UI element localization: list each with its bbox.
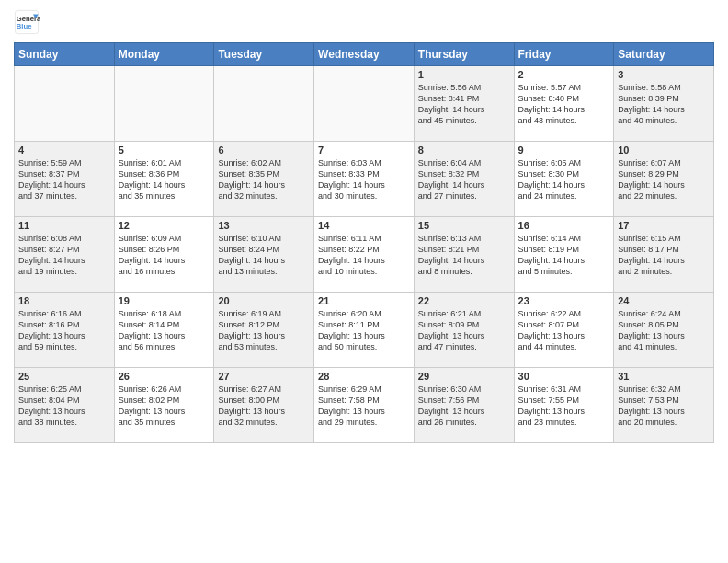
day-info: Sunrise: 6:05 AMSunset: 8:30 PMDaylight:… (518, 157, 610, 202)
day-info: Sunrise: 6:02 AMSunset: 8:35 PMDaylight:… (218, 157, 310, 202)
header: General Blue (14, 9, 714, 35)
day-cell: 30Sunrise: 6:31 AMSunset: 7:55 PMDayligh… (514, 368, 614, 443)
day-cell: 29Sunrise: 6:30 AMSunset: 7:56 PMDayligh… (414, 368, 514, 443)
day-cell: 21Sunrise: 6:20 AMSunset: 8:11 PMDayligh… (314, 293, 415, 368)
day-cell: 18Sunrise: 6:16 AMSunset: 8:16 PMDayligh… (15, 293, 115, 368)
day-info: Sunrise: 6:15 AMSunset: 8:17 PMDaylight:… (618, 233, 710, 278)
day-header-friday: Friday (514, 43, 614, 66)
week-row-3: 11Sunrise: 6:08 AMSunset: 8:27 PMDayligh… (15, 217, 714, 293)
day-cell: 24Sunrise: 6:24 AMSunset: 8:05 PMDayligh… (614, 293, 714, 368)
day-cell: 13Sunrise: 6:10 AMSunset: 8:24 PMDayligh… (214, 217, 314, 293)
day-number: 28 (318, 371, 410, 382)
day-info: Sunrise: 6:30 AMSunset: 7:56 PMDaylight:… (418, 384, 510, 429)
day-cell: 8Sunrise: 6:04 AMSunset: 8:32 PMDaylight… (414, 142, 514, 217)
day-number: 29 (418, 371, 510, 382)
day-header-thursday: Thursday (414, 43, 514, 66)
logo: General Blue (14, 9, 43, 35)
svg-text:Blue: Blue (17, 22, 32, 30)
day-cell: 3Sunrise: 5:58 AMSunset: 8:39 PMDaylight… (614, 66, 714, 142)
day-number: 1 (418, 69, 510, 80)
day-info: Sunrise: 6:25 AMSunset: 8:04 PMDaylight:… (18, 384, 110, 429)
day-cell: 9Sunrise: 6:05 AMSunset: 8:30 PMDaylight… (514, 142, 614, 217)
day-info: Sunrise: 6:21 AMSunset: 8:09 PMDaylight:… (418, 308, 510, 353)
day-number: 15 (418, 220, 510, 231)
day-cell: 20Sunrise: 6:19 AMSunset: 8:12 PMDayligh… (214, 293, 314, 368)
day-cell: 27Sunrise: 6:27 AMSunset: 8:00 PMDayligh… (214, 368, 314, 443)
day-header-wednesday: Wednesday (314, 43, 415, 66)
day-number: 23 (518, 295, 610, 306)
day-info: Sunrise: 6:03 AMSunset: 8:33 PMDaylight:… (318, 157, 410, 202)
day-number: 10 (618, 144, 710, 155)
calendar-table: SundayMondayTuesdayWednesdayThursdayFrid… (14, 42, 714, 443)
day-info: Sunrise: 6:09 AMSunset: 8:26 PMDaylight:… (119, 233, 210, 278)
day-cell: 31Sunrise: 6:32 AMSunset: 7:53 PMDayligh… (614, 368, 714, 443)
day-info: Sunrise: 6:04 AMSunset: 8:32 PMDaylight:… (418, 157, 510, 202)
day-cell: 17Sunrise: 6:15 AMSunset: 8:17 PMDayligh… (614, 217, 714, 293)
day-cell: 4Sunrise: 5:59 AMSunset: 8:37 PMDaylight… (15, 142, 115, 217)
day-number: 17 (618, 220, 710, 231)
day-number: 4 (18, 144, 110, 155)
day-info: Sunrise: 6:26 AMSunset: 8:02 PMDaylight:… (119, 384, 210, 429)
day-info: Sunrise: 6:13 AMSunset: 8:21 PMDaylight:… (418, 233, 510, 278)
day-info: Sunrise: 6:29 AMSunset: 7:58 PMDaylight:… (318, 384, 410, 429)
day-cell: 5Sunrise: 6:01 AMSunset: 8:36 PMDaylight… (114, 142, 214, 217)
day-cell (214, 66, 314, 142)
week-row-5: 25Sunrise: 6:25 AMSunset: 8:04 PMDayligh… (15, 368, 714, 443)
day-info: Sunrise: 5:57 AMSunset: 8:40 PMDaylight:… (518, 82, 610, 127)
day-number: 6 (218, 144, 310, 155)
day-number: 8 (418, 144, 510, 155)
day-cell (314, 66, 415, 142)
week-row-2: 4Sunrise: 5:59 AMSunset: 8:37 PMDaylight… (15, 142, 714, 217)
day-cell (15, 66, 115, 142)
day-number: 14 (318, 220, 410, 231)
day-number: 30 (518, 371, 610, 382)
day-info: Sunrise: 5:59 AMSunset: 8:37 PMDaylight:… (18, 157, 110, 202)
day-cell (114, 66, 214, 142)
day-header-tuesday: Tuesday (214, 43, 314, 66)
day-number: 22 (418, 295, 510, 306)
day-number: 11 (18, 220, 110, 231)
page-container: General Blue SundayMondayTuesdayWednesda… (0, 0, 728, 453)
day-cell: 14Sunrise: 6:11 AMSunset: 8:22 PMDayligh… (314, 217, 415, 293)
day-number: 12 (119, 220, 210, 231)
day-cell: 22Sunrise: 6:21 AMSunset: 8:09 PMDayligh… (414, 293, 514, 368)
day-number: 16 (518, 220, 610, 231)
day-header-monday: Monday (114, 43, 214, 66)
day-cell: 1Sunrise: 5:56 AMSunset: 8:41 PMDaylight… (414, 66, 514, 142)
day-header-saturday: Saturday (614, 43, 714, 66)
day-info: Sunrise: 6:27 AMSunset: 8:00 PMDaylight:… (218, 384, 310, 429)
week-row-4: 18Sunrise: 6:16 AMSunset: 8:16 PMDayligh… (15, 293, 714, 368)
day-info: Sunrise: 6:20 AMSunset: 8:11 PMDaylight:… (318, 308, 410, 353)
day-number: 2 (518, 69, 610, 80)
day-info: Sunrise: 6:22 AMSunset: 8:07 PMDaylight:… (518, 308, 610, 353)
day-cell: 7Sunrise: 6:03 AMSunset: 8:33 PMDaylight… (314, 142, 415, 217)
day-number: 7 (318, 144, 410, 155)
day-info: Sunrise: 6:19 AMSunset: 8:12 PMDaylight:… (218, 308, 310, 353)
day-cell: 12Sunrise: 6:09 AMSunset: 8:26 PMDayligh… (114, 217, 214, 293)
day-cell: 25Sunrise: 6:25 AMSunset: 8:04 PMDayligh… (15, 368, 115, 443)
day-number: 26 (119, 371, 210, 382)
day-number: 13 (218, 220, 310, 231)
day-info: Sunrise: 6:24 AMSunset: 8:05 PMDaylight:… (618, 308, 710, 353)
day-cell: 15Sunrise: 6:13 AMSunset: 8:21 PMDayligh… (414, 217, 514, 293)
day-info: Sunrise: 6:14 AMSunset: 8:19 PMDaylight:… (518, 233, 610, 278)
header-row: SundayMondayTuesdayWednesdayThursdayFrid… (15, 43, 714, 66)
day-header-sunday: Sunday (15, 43, 115, 66)
day-info: Sunrise: 6:08 AMSunset: 8:27 PMDaylight:… (18, 233, 110, 278)
day-number: 24 (618, 295, 710, 306)
day-number: 9 (518, 144, 610, 155)
day-info: Sunrise: 6:01 AMSunset: 8:36 PMDaylight:… (119, 157, 210, 202)
day-info: Sunrise: 6:10 AMSunset: 8:24 PMDaylight:… (218, 233, 310, 278)
day-cell: 6Sunrise: 6:02 AMSunset: 8:35 PMDaylight… (214, 142, 314, 217)
week-row-1: 1Sunrise: 5:56 AMSunset: 8:41 PMDaylight… (15, 66, 714, 142)
day-cell: 2Sunrise: 5:57 AMSunset: 8:40 PMDaylight… (514, 66, 614, 142)
day-number: 21 (318, 295, 410, 306)
day-number: 3 (618, 69, 710, 80)
day-info: Sunrise: 6:18 AMSunset: 8:14 PMDaylight:… (119, 308, 210, 353)
day-number: 18 (18, 295, 110, 306)
day-info: Sunrise: 6:16 AMSunset: 8:16 PMDaylight:… (18, 308, 110, 353)
day-number: 25 (18, 371, 110, 382)
day-number: 27 (218, 371, 310, 382)
day-info: Sunrise: 6:11 AMSunset: 8:22 PMDaylight:… (318, 233, 410, 278)
day-cell: 23Sunrise: 6:22 AMSunset: 8:07 PMDayligh… (514, 293, 614, 368)
